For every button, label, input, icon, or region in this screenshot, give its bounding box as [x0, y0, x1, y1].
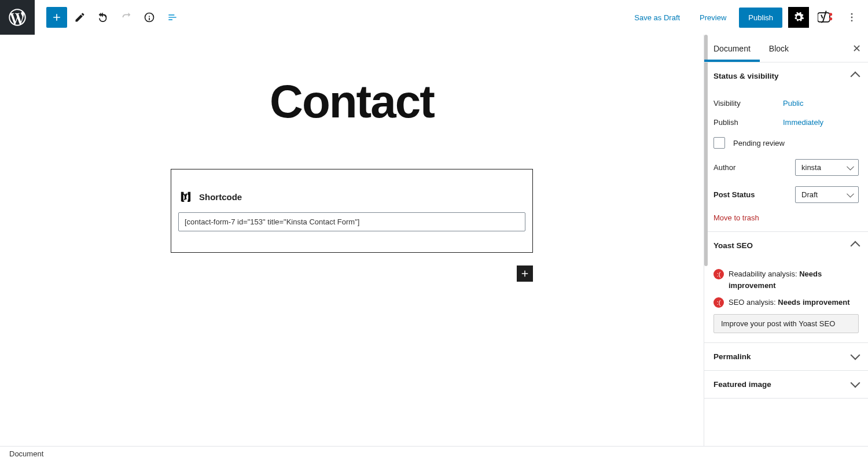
yoast-seo-row: :( SEO analysis: Needs improvement — [713, 297, 859, 308]
svg-point-4 — [851, 20, 853, 21]
shortcode-block[interactable]: [/] Shortcode — [171, 169, 533, 253]
settings-sidebar: Document Block ✕ Status & visibility Vis… — [704, 35, 868, 446]
svg-point-0 — [829, 13, 832, 16]
sad-face-icon: :( — [713, 269, 724, 279]
pending-review-label: Pending review — [733, 139, 785, 147]
wordpress-icon — [9, 9, 26, 26]
seo-label: SEO analysis: — [729, 298, 778, 307]
panel-status-title: Status & visibility — [713, 72, 779, 80]
svg-point-2 — [851, 13, 853, 15]
yoast-readability-row: :( Readability analysis: Needs improveme… — [713, 268, 859, 291]
dots-vertical-icon — [846, 12, 858, 23]
top-bar-right: Save as Draft Preview Publish — [627, 7, 862, 28]
preview-button[interactable]: Preview — [693, 9, 733, 27]
chevron-up-icon — [851, 71, 860, 81]
svg-point-1 — [829, 17, 832, 20]
panel-featured-title: Featured image — [713, 380, 771, 389]
undo-button[interactable] — [93, 7, 113, 28]
panel-yoast-toggle[interactable]: Yoast SEO — [704, 232, 868, 259]
editor-toolbar — [46, 7, 183, 28]
block-header: [/] Shortcode — [178, 190, 525, 212]
yoast-button[interactable] — [815, 7, 836, 28]
pending-review-row: Pending review — [713, 137, 859, 149]
post-status-row: Post Status Draft — [713, 186, 859, 203]
author-select[interactable]: kinsta — [795, 159, 859, 176]
post-status-value: Draft — [801, 190, 818, 199]
footer-breadcrumb[interactable]: Document — [9, 449, 43, 458]
publish-label: Publish — [713, 118, 783, 127]
panel-yoast: Yoast SEO :( Readability analysis: Needs… — [704, 232, 868, 343]
readability-label: Readability analysis: — [729, 270, 799, 278]
svg-point-3 — [851, 17, 853, 19]
panel-permalink-toggle[interactable]: Permalink — [704, 343, 868, 370]
panel-status-toggle[interactable]: Status & visibility — [704, 62, 868, 90]
post-status-select[interactable]: Draft — [795, 186, 859, 203]
seo-value: Needs improvement — [778, 298, 849, 307]
top-bar-left — [0, 0, 183, 35]
pending-review-checkbox[interactable] — [713, 137, 725, 149]
tab-document[interactable]: Document — [704, 35, 760, 62]
edit-mode-button[interactable] — [69, 7, 90, 28]
outline-button[interactable] — [162, 7, 183, 28]
gear-icon — [793, 12, 804, 23]
yoast-icon — [818, 10, 833, 25]
add-block-below-row — [171, 265, 533, 282]
move-to-trash-link[interactable]: Move to trash — [713, 213, 759, 222]
editor-main: Contact [/] Shortcode Document Block ✕ S… — [0, 35, 868, 446]
info-icon — [144, 12, 155, 23]
plus-icon — [520, 268, 530, 279]
visibility-label: Visibility — [713, 99, 783, 108]
wordpress-logo-button[interactable] — [0, 0, 35, 35]
sidebar-tabs: Document Block ✕ — [704, 35, 868, 62]
more-options-button[interactable] — [841, 7, 862, 28]
undo-icon — [97, 11, 109, 24]
add-block-below-button[interactable] — [517, 265, 533, 282]
author-value: kinsta — [801, 163, 821, 172]
author-label: Author — [713, 163, 783, 172]
improve-yoast-button[interactable]: Improve your post with Yoast SEO — [713, 314, 859, 333]
redo-button[interactable] — [116, 7, 137, 28]
sad-face-icon: :( — [713, 297, 724, 308]
trash-row: Move to trash — [713, 213, 859, 222]
page-title[interactable]: Contact — [270, 75, 434, 128]
visibility-value[interactable]: Public — [783, 99, 803, 108]
panel-permalink-title: Permalink — [713, 352, 751, 361]
chevron-up-icon — [851, 241, 860, 250]
plus-icon — [51, 12, 62, 23]
block-label: Shortcode — [199, 192, 242, 202]
svg-text:/: / — [184, 193, 186, 202]
visibility-row: Visibility Public — [713, 99, 859, 108]
panel-featured-image: Featured image — [704, 371, 868, 399]
editor-top-bar: Save as Draft Preview Publish — [0, 0, 868, 35]
tab-block[interactable]: Block — [760, 35, 798, 62]
editor-canvas[interactable]: Contact [/] Shortcode — [0, 35, 704, 446]
panel-permalink: Permalink — [704, 343, 868, 371]
redo-icon — [120, 11, 133, 24]
save-draft-button[interactable]: Save as Draft — [627, 9, 687, 27]
sidebar-scrollbar[interactable] — [704, 35, 708, 266]
settings-button[interactable] — [788, 7, 809, 28]
shortcode-input[interactable] — [178, 212, 525, 231]
info-button[interactable] — [139, 7, 160, 28]
chevron-down-icon — [851, 351, 860, 360]
panel-yoast-title: Yoast SEO — [713, 241, 753, 250]
add-block-button[interactable] — [46, 7, 67, 28]
publish-row: Publish Immediately — [713, 118, 859, 127]
publish-button[interactable]: Publish — [739, 8, 782, 28]
pencil-icon — [74, 12, 86, 23]
panel-status-visibility: Status & visibility Visibility Public Pu… — [704, 62, 868, 232]
post-status-label: Post Status — [713, 190, 783, 199]
publish-value[interactable]: Immediately — [783, 118, 823, 127]
close-sidebar-button[interactable]: ✕ — [852, 42, 861, 55]
shortcode-icon: [/] — [179, 190, 192, 203]
chevron-down-icon — [851, 378, 860, 388]
panel-featured-image-toggle[interactable]: Featured image — [704, 371, 868, 398]
author-row: Author kinsta — [713, 159, 859, 176]
editor-footer: Document — [0, 446, 868, 461]
list-icon — [167, 12, 178, 23]
svg-text:]: ] — [187, 193, 190, 202]
